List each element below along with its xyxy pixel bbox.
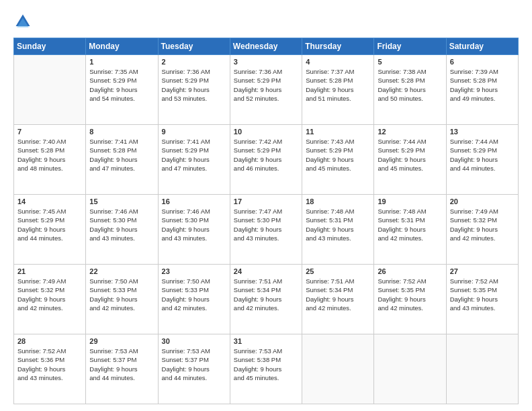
- calendar-week-row: 1Sunrise: 7:35 AM Sunset: 5:29 PM Daylig…: [14, 55, 519, 125]
- weekday-header: Friday: [374, 38, 446, 55]
- calendar-cell: 26Sunrise: 7:52 AM Sunset: 5:35 PM Dayli…: [374, 265, 446, 334]
- day-info: Sunrise: 7:41 AM Sunset: 5:29 PM Dayligh…: [162, 137, 226, 173]
- calendar-cell: 1Sunrise: 7:35 AM Sunset: 5:29 PM Daylig…: [86, 55, 158, 125]
- day-info: Sunrise: 7:43 AM Sunset: 5:29 PM Dayligh…: [306, 137, 370, 173]
- day-info: Sunrise: 7:45 AM Sunset: 5:29 PM Dayligh…: [17, 207, 82, 242]
- calendar-cell: 17Sunrise: 7:47 AM Sunset: 5:30 PM Dayli…: [230, 195, 302, 265]
- day-number: 9: [162, 128, 226, 136]
- day-info: Sunrise: 7:51 AM Sunset: 5:34 PM Dayligh…: [234, 277, 298, 312]
- page: SundayMondayTuesdayWednesdayThursdayFrid…: [0, 0, 532, 411]
- calendar-cell: 24Sunrise: 7:51 AM Sunset: 5:34 PM Dayli…: [230, 265, 302, 334]
- calendar-cell: 31Sunrise: 7:53 AM Sunset: 5:38 PM Dayli…: [230, 334, 302, 404]
- calendar-cell: 10Sunrise: 7:42 AM Sunset: 5:29 PM Dayli…: [230, 125, 302, 195]
- calendar-week-row: 28Sunrise: 7:52 AM Sunset: 5:36 PM Dayli…: [14, 334, 519, 404]
- day-info: Sunrise: 7:40 AM Sunset: 5:28 PM Dayligh…: [17, 137, 82, 173]
- day-number: 17: [234, 197, 298, 205]
- day-info: Sunrise: 7:47 AM Sunset: 5:30 PM Dayligh…: [234, 207, 298, 242]
- calendar-cell: 22Sunrise: 7:50 AM Sunset: 5:33 PM Dayli…: [86, 265, 158, 334]
- day-info: Sunrise: 7:41 AM Sunset: 5:28 PM Dayligh…: [89, 137, 154, 173]
- day-info: Sunrise: 7:44 AM Sunset: 5:29 PM Dayligh…: [450, 137, 515, 173]
- calendar-cell: 3Sunrise: 7:36 AM Sunset: 5:29 PM Daylig…: [230, 55, 302, 125]
- day-number: 4: [306, 58, 370, 66]
- day-number: 7: [17, 128, 82, 136]
- day-number: 28: [17, 337, 82, 345]
- calendar-cell: 25Sunrise: 7:51 AM Sunset: 5:34 PM Dayli…: [302, 265, 374, 334]
- day-number: 5: [378, 58, 442, 66]
- day-number: 20: [450, 197, 515, 205]
- day-number: 8: [89, 128, 154, 136]
- day-info: Sunrise: 7:36 AM Sunset: 5:29 PM Dayligh…: [162, 67, 226, 103]
- calendar-cell: 11Sunrise: 7:43 AM Sunset: 5:29 PM Dayli…: [302, 125, 374, 195]
- calendar-header: SundayMondayTuesdayWednesdayThursdayFrid…: [14, 38, 519, 55]
- logo: [13, 12, 35, 31]
- day-number: 13: [450, 128, 515, 136]
- day-number: 30: [162, 337, 226, 345]
- calendar-table: SundayMondayTuesdayWednesdayThursdayFrid…: [13, 38, 519, 404]
- calendar-cell: 27Sunrise: 7:52 AM Sunset: 5:35 PM Dayli…: [446, 265, 518, 334]
- day-info: Sunrise: 7:52 AM Sunset: 5:35 PM Dayligh…: [450, 277, 515, 312]
- day-info: Sunrise: 7:51 AM Sunset: 5:34 PM Dayligh…: [306, 277, 370, 312]
- calendar-cell: 9Sunrise: 7:41 AM Sunset: 5:29 PM Daylig…: [158, 125, 230, 195]
- day-info: Sunrise: 7:39 AM Sunset: 5:28 PM Dayligh…: [450, 67, 515, 103]
- calendar-cell: [302, 334, 374, 404]
- day-info: Sunrise: 7:37 AM Sunset: 5:28 PM Dayligh…: [306, 67, 370, 103]
- day-info: Sunrise: 7:49 AM Sunset: 5:32 PM Dayligh…: [17, 277, 82, 312]
- calendar-week-row: 7Sunrise: 7:40 AM Sunset: 5:28 PM Daylig…: [14, 125, 519, 195]
- calendar-cell: 15Sunrise: 7:46 AM Sunset: 5:30 PM Dayli…: [86, 195, 158, 265]
- day-number: 16: [162, 197, 226, 205]
- weekday-header: Thursday: [302, 38, 374, 55]
- day-number: 10: [234, 128, 298, 136]
- day-number: 29: [89, 337, 154, 345]
- calendar-cell: 19Sunrise: 7:48 AM Sunset: 5:31 PM Dayli…: [374, 195, 446, 265]
- day-number: 21: [17, 267, 82, 275]
- day-number: 27: [450, 267, 515, 275]
- calendar-cell: 13Sunrise: 7:44 AM Sunset: 5:29 PM Dayli…: [446, 125, 518, 195]
- day-number: 2: [162, 58, 226, 66]
- day-info: Sunrise: 7:38 AM Sunset: 5:28 PM Dayligh…: [378, 67, 442, 103]
- day-number: 25: [306, 267, 370, 275]
- day-number: 24: [234, 267, 298, 275]
- calendar-cell: 5Sunrise: 7:38 AM Sunset: 5:28 PM Daylig…: [374, 55, 446, 125]
- calendar-week-row: 21Sunrise: 7:49 AM Sunset: 5:32 PM Dayli…: [14, 265, 519, 334]
- calendar-cell: [446, 334, 518, 404]
- calendar-week-row: 14Sunrise: 7:45 AM Sunset: 5:29 PM Dayli…: [14, 195, 519, 265]
- day-info: Sunrise: 7:52 AM Sunset: 5:35 PM Dayligh…: [378, 277, 442, 312]
- weekday-header: Sunday: [14, 38, 86, 55]
- day-number: 12: [378, 128, 442, 136]
- day-number: 31: [234, 337, 298, 345]
- day-info: Sunrise: 7:50 AM Sunset: 5:33 PM Dayligh…: [162, 277, 226, 312]
- day-info: Sunrise: 7:52 AM Sunset: 5:36 PM Dayligh…: [17, 347, 82, 382]
- calendar-cell: 18Sunrise: 7:48 AM Sunset: 5:31 PM Dayli…: [302, 195, 374, 265]
- calendar-cell: 28Sunrise: 7:52 AM Sunset: 5:36 PM Dayli…: [14, 334, 86, 404]
- day-info: Sunrise: 7:53 AM Sunset: 5:37 PM Dayligh…: [89, 347, 154, 382]
- calendar-cell: 23Sunrise: 7:50 AM Sunset: 5:33 PM Dayli…: [158, 265, 230, 334]
- day-info: Sunrise: 7:46 AM Sunset: 5:30 PM Dayligh…: [162, 207, 226, 242]
- weekday-header: Wednesday: [230, 38, 302, 55]
- calendar-body: 1Sunrise: 7:35 AM Sunset: 5:29 PM Daylig…: [14, 55, 519, 404]
- calendar-cell: [14, 55, 86, 125]
- day-number: 15: [89, 197, 154, 205]
- day-number: 3: [234, 58, 298, 66]
- day-number: 26: [378, 267, 442, 275]
- day-number: 1: [89, 58, 154, 66]
- weekday-row: SundayMondayTuesdayWednesdayThursdayFrid…: [14, 38, 519, 55]
- calendar-cell: 6Sunrise: 7:39 AM Sunset: 5:28 PM Daylig…: [446, 55, 518, 125]
- day-info: Sunrise: 7:48 AM Sunset: 5:31 PM Dayligh…: [306, 207, 370, 242]
- day-info: Sunrise: 7:42 AM Sunset: 5:29 PM Dayligh…: [234, 137, 298, 173]
- day-info: Sunrise: 7:53 AM Sunset: 5:38 PM Dayligh…: [234, 347, 298, 382]
- day-info: Sunrise: 7:44 AM Sunset: 5:29 PM Dayligh…: [378, 137, 442, 173]
- calendar-cell: 7Sunrise: 7:40 AM Sunset: 5:28 PM Daylig…: [14, 125, 86, 195]
- calendar-cell: 20Sunrise: 7:49 AM Sunset: 5:32 PM Dayli…: [446, 195, 518, 265]
- header: [13, 12, 519, 31]
- day-number: 23: [162, 267, 226, 275]
- day-info: Sunrise: 7:50 AM Sunset: 5:33 PM Dayligh…: [89, 277, 154, 312]
- weekday-header: Saturday: [446, 38, 518, 55]
- day-info: Sunrise: 7:46 AM Sunset: 5:30 PM Dayligh…: [89, 207, 154, 242]
- day-info: Sunrise: 7:48 AM Sunset: 5:31 PM Dayligh…: [378, 207, 442, 242]
- calendar-cell: 2Sunrise: 7:36 AM Sunset: 5:29 PM Daylig…: [158, 55, 230, 125]
- day-number: 6: [450, 58, 515, 66]
- calendar-cell: 4Sunrise: 7:37 AM Sunset: 5:28 PM Daylig…: [302, 55, 374, 125]
- calendar-cell: 14Sunrise: 7:45 AM Sunset: 5:29 PM Dayli…: [14, 195, 86, 265]
- logo-icon: [13, 12, 32, 31]
- calendar-cell: 8Sunrise: 7:41 AM Sunset: 5:28 PM Daylig…: [86, 125, 158, 195]
